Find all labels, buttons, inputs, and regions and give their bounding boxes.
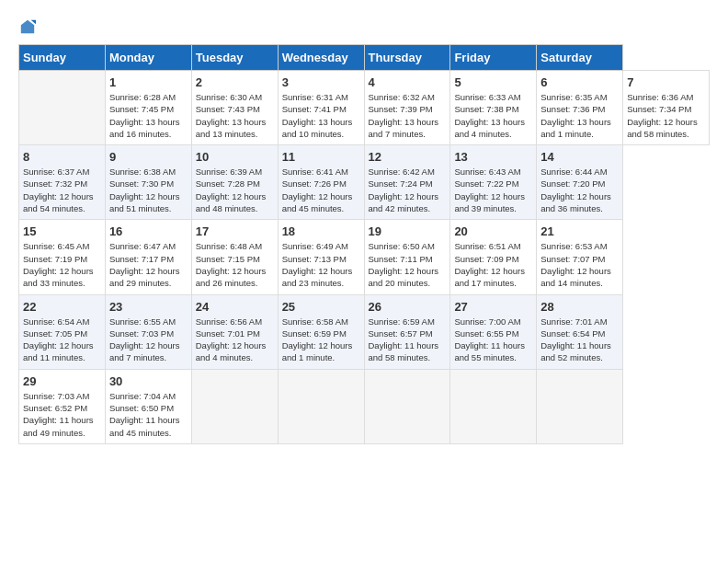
calendar-cell-w3-d6: 28Sunrise: 7:01 AM Sunset: 6:54 PM Dayli… (537, 294, 623, 369)
calendar-cell-w1-d6: 14Sunrise: 6:44 AM Sunset: 7:20 PM Dayli… (537, 145, 623, 220)
calendar-cell-w4-d3 (278, 369, 364, 443)
day-info: Sunrise: 6:41 AM Sunset: 7:26 PM Dayligh… (282, 166, 360, 214)
calendar-cell-w0-d5: 5Sunrise: 6:33 AM Sunset: 7:38 PM Daylig… (450, 71, 537, 145)
day-number: 3 (282, 75, 360, 89)
calendar-cell-w4-d2 (191, 369, 278, 443)
day-number: 4 (369, 75, 447, 89)
header-thursday: Thursday (364, 45, 450, 71)
calendar-cell-w3-d3: 25Sunrise: 6:58 AM Sunset: 6:59 PM Dayli… (278, 294, 364, 369)
day-info: Sunrise: 6:55 AM Sunset: 7:03 PM Dayligh… (109, 316, 188, 364)
calendar-cell-w2-d5: 20Sunrise: 6:51 AM Sunset: 7:09 PM Dayli… (450, 220, 537, 294)
page-header (18, 18, 710, 35)
day-info: Sunrise: 6:49 AM Sunset: 7:13 PM Dayligh… (282, 240, 360, 289)
day-number: 28 (540, 300, 619, 314)
day-info: Sunrise: 7:04 AM Sunset: 6:50 PM Dayligh… (109, 390, 188, 439)
day-number: 8 (23, 150, 101, 164)
calendar-cell-w0-d7: 7Sunrise: 6:36 AM Sunset: 7:34 PM Daylig… (623, 71, 710, 145)
day-info: Sunrise: 6:53 AM Sunset: 7:07 PM Dayligh… (540, 240, 619, 289)
day-number: 21 (540, 224, 619, 238)
day-number: 2 (196, 75, 274, 89)
day-number: 20 (454, 224, 532, 238)
day-number: 19 (369, 224, 447, 238)
day-info: Sunrise: 6:56 AM Sunset: 7:01 PM Dayligh… (196, 316, 274, 364)
day-info: Sunrise: 7:00 AM Sunset: 6:55 PM Dayligh… (454, 316, 532, 364)
calendar-cell-w2-d1: 16Sunrise: 6:47 AM Sunset: 7:17 PM Dayli… (105, 220, 191, 294)
calendar-cell-w3-d5: 27Sunrise: 7:00 AM Sunset: 6:55 PM Dayli… (450, 294, 537, 369)
calendar-cell-w3-d0: 22Sunrise: 6:54 AM Sunset: 7:05 PM Dayli… (19, 294, 106, 369)
day-number: 1 (109, 75, 188, 89)
day-number: 13 (454, 150, 532, 164)
calendar-cell-w1-d1: 9Sunrise: 6:38 AM Sunset: 7:30 PM Daylig… (105, 145, 191, 220)
header-monday: Monday (105, 45, 191, 71)
day-number: 26 (369, 300, 447, 314)
calendar-cell-w2-d6: 21Sunrise: 6:53 AM Sunset: 7:07 PM Dayli… (537, 220, 623, 294)
day-info: Sunrise: 6:59 AM Sunset: 6:57 PM Dayligh… (369, 316, 447, 364)
calendar-cell-w1-d3: 11Sunrise: 6:41 AM Sunset: 7:26 PM Dayli… (278, 145, 364, 220)
calendar-cell-w4-d5 (450, 369, 537, 443)
day-info: Sunrise: 6:31 AM Sunset: 7:41 PM Dayligh… (282, 91, 360, 140)
calendar-cell-w2-d2: 17Sunrise: 6:48 AM Sunset: 7:15 PM Dayli… (191, 220, 278, 294)
day-number: 24 (196, 300, 274, 314)
logo (18, 18, 37, 35)
day-number: 16 (109, 224, 188, 238)
day-number: 6 (540, 75, 619, 89)
day-number: 15 (23, 224, 101, 238)
calendar-cell-w4-d6 (537, 369, 623, 443)
calendar-cell-w4-d1: 30Sunrise: 7:04 AM Sunset: 6:50 PM Dayli… (105, 369, 191, 443)
calendar-cell-w2-d4: 19Sunrise: 6:50 AM Sunset: 7:11 PM Dayli… (364, 220, 450, 294)
calendar-cell-w0-d3: 3Sunrise: 6:31 AM Sunset: 7:41 PM Daylig… (278, 71, 364, 145)
logo-icon (19, 18, 36, 35)
day-info: Sunrise: 6:32 AM Sunset: 7:39 PM Dayligh… (369, 91, 447, 140)
calendar-cell-w3-d1: 23Sunrise: 6:55 AM Sunset: 7:03 PM Dayli… (105, 294, 191, 369)
day-number: 18 (282, 224, 360, 238)
calendar-cell-w1-d0: 8Sunrise: 6:37 AM Sunset: 7:32 PM Daylig… (19, 145, 106, 220)
header-friday: Friday (450, 45, 537, 71)
day-info: Sunrise: 6:48 AM Sunset: 7:15 PM Dayligh… (196, 240, 274, 289)
day-number: 27 (454, 300, 532, 314)
day-info: Sunrise: 6:36 AM Sunset: 7:34 PM Dayligh… (627, 91, 705, 140)
day-info: Sunrise: 6:51 AM Sunset: 7:09 PM Dayligh… (454, 240, 532, 289)
calendar-cell-w3-d4: 26Sunrise: 6:59 AM Sunset: 6:57 PM Dayli… (364, 294, 450, 369)
day-info: Sunrise: 6:39 AM Sunset: 7:28 PM Dayligh… (196, 166, 274, 214)
day-info: Sunrise: 6:42 AM Sunset: 7:24 PM Dayligh… (369, 166, 447, 214)
calendar-cell-w1-d2: 10Sunrise: 6:39 AM Sunset: 7:28 PM Dayli… (191, 145, 278, 220)
day-number: 30 (109, 374, 188, 388)
calendar-cell-w3-d2: 24Sunrise: 6:56 AM Sunset: 7:01 PM Dayli… (191, 294, 278, 369)
header-tuesday: Tuesday (191, 45, 278, 71)
calendar-cell-w0-d6: 6Sunrise: 6:35 AM Sunset: 7:36 PM Daylig… (537, 71, 623, 145)
day-info: Sunrise: 6:47 AM Sunset: 7:17 PM Dayligh… (109, 240, 188, 289)
header-wednesday: Wednesday (278, 45, 364, 71)
day-number: 14 (540, 150, 619, 164)
calendar-cell-w1-d4: 12Sunrise: 6:42 AM Sunset: 7:24 PM Dayli… (364, 145, 450, 220)
calendar-cell-w0-d1: 1Sunrise: 6:28 AM Sunset: 7:45 PM Daylig… (105, 71, 191, 145)
day-number: 5 (454, 75, 532, 89)
calendar-cell-w0-d4: 4Sunrise: 6:32 AM Sunset: 7:39 PM Daylig… (364, 71, 450, 145)
calendar-cell-w0-d2: 2Sunrise: 6:30 AM Sunset: 7:43 PM Daylig… (191, 71, 278, 145)
day-number: 23 (109, 300, 188, 314)
day-number: 9 (109, 150, 188, 164)
day-info: Sunrise: 6:58 AM Sunset: 6:59 PM Dayligh… (282, 316, 360, 364)
day-info: Sunrise: 7:03 AM Sunset: 6:52 PM Dayligh… (23, 390, 101, 439)
header-sunday: Sunday (19, 45, 106, 71)
day-number: 7 (627, 75, 705, 89)
calendar-cell-w1-d5: 13Sunrise: 6:43 AM Sunset: 7:22 PM Dayli… (450, 145, 537, 220)
day-info: Sunrise: 6:35 AM Sunset: 7:36 PM Dayligh… (540, 91, 619, 140)
day-number: 17 (196, 224, 274, 238)
day-info: Sunrise: 6:30 AM Sunset: 7:43 PM Dayligh… (196, 91, 274, 140)
day-info: Sunrise: 6:54 AM Sunset: 7:05 PM Dayligh… (23, 316, 101, 364)
day-info: Sunrise: 6:33 AM Sunset: 7:38 PM Dayligh… (454, 91, 532, 140)
day-number: 12 (369, 150, 447, 164)
day-info: Sunrise: 6:44 AM Sunset: 7:20 PM Dayligh… (540, 166, 619, 214)
header-saturday: Saturday (537, 45, 623, 71)
calendar-cell-w4-d0: 29Sunrise: 7:03 AM Sunset: 6:52 PM Dayli… (19, 369, 106, 443)
calendar-cell-w4-d4 (364, 369, 450, 443)
day-info: Sunrise: 6:43 AM Sunset: 7:22 PM Dayligh… (454, 166, 532, 214)
day-info: Sunrise: 6:38 AM Sunset: 7:30 PM Dayligh… (109, 166, 188, 214)
calendar-cell-w0-d0 (19, 71, 106, 145)
day-number: 29 (23, 374, 101, 388)
svg-marker-0 (21, 20, 34, 33)
day-number: 10 (196, 150, 274, 164)
day-info: Sunrise: 6:50 AM Sunset: 7:11 PM Dayligh… (369, 240, 447, 289)
calendar-cell-w2-d0: 15Sunrise: 6:45 AM Sunset: 7:19 PM Dayli… (19, 220, 106, 294)
day-number: 22 (23, 300, 101, 314)
